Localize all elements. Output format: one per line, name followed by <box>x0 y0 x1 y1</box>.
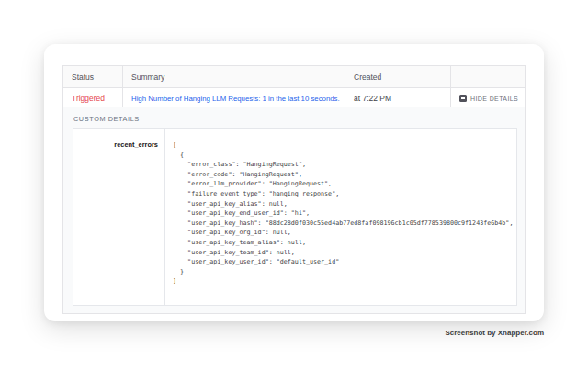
alert-summary-link[interactable]: High Number of Hanging LLM Requests: 1 i… <box>131 95 340 103</box>
details-key-column: recent_errors <box>74 129 165 305</box>
hide-details-label: HIDE DETAILS <box>470 96 518 102</box>
alerts-table: Status Summary Created Triggered High Nu… <box>62 65 526 109</box>
column-header-created: Created <box>345 66 451 87</box>
actions-cell: HIDE DETAILS <box>451 88 525 108</box>
column-header-summary: Summary <box>123 66 345 87</box>
recent-errors-json: [ { "error_class": "HangingRequest", "er… <box>165 129 516 294</box>
column-header-actions <box>451 66 525 87</box>
table-row: Triggered High Number of Hanging LLM Req… <box>63 88 525 108</box>
recent-errors-key: recent_errors <box>114 140 158 149</box>
xnapper-watermark: Screenshot by Xnapper.com <box>445 329 544 337</box>
page-background: Status Summary Created Triggered High Nu… <box>0 0 588 382</box>
collapse-minus-icon <box>459 95 467 102</box>
summary-cell: High Number of Hanging LLM Requests: 1 i… <box>123 88 345 108</box>
created-cell: at 7:22 PM <box>345 88 451 108</box>
details-table: recent_errors [ { "error_class": "Hangin… <box>73 128 517 306</box>
created-timestamp: at 7:22 PM <box>354 94 391 103</box>
status-badge: Triggered <box>72 94 105 103</box>
custom-details-heading: CUSTOM DETAILS <box>74 115 140 123</box>
custom-details-panel: CUSTOM DETAILS recent_errors [ { "error_… <box>62 107 526 314</box>
table-header-row: Status Summary Created <box>63 66 525 88</box>
hide-details-button[interactable]: HIDE DETAILS <box>459 95 518 102</box>
alert-card: Status Summary Created Triggered High Nu… <box>44 44 544 321</box>
details-value-column: [ { "error_class": "HangingRequest", "er… <box>165 129 516 305</box>
column-header-status: Status <box>63 66 123 87</box>
status-cell: Triggered <box>63 88 123 108</box>
